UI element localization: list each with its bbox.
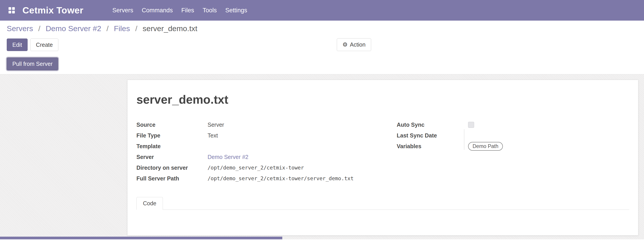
- nav-menu-settings[interactable]: Settings: [221, 0, 252, 21]
- tab-code[interactable]: Code: [136, 197, 163, 210]
- gear-icon: ⚙: [342, 42, 348, 47]
- navbar-brand[interactable]: Cetmix Tower: [22, 5, 84, 16]
- apps-grid-icon: [8, 7, 15, 13]
- field-label-variables: Variables: [397, 143, 468, 149]
- apps-menu-button[interactable]: [7, 5, 16, 15]
- field-label-full-server-path: Full Server Path: [136, 175, 208, 182]
- field-row: Directory on server /opt/demo_server_2/c…: [136, 162, 383, 173]
- server-actions-row: Pull from Server: [7, 58, 637, 71]
- action-button-label: Action: [350, 41, 365, 48]
- breadcrumb-separator: /: [135, 24, 137, 33]
- nav-menu-commands[interactable]: Commands: [138, 0, 177, 21]
- breadcrumb: Servers / Demo Server #2 / Files / serve…: [7, 24, 637, 33]
- server-record-link[interactable]: Demo Server #2: [208, 154, 248, 160]
- field-group-right: Auto Sync Last Sync Date Variables Demo …: [383, 119, 629, 184]
- field-value-file-type: Text: [208, 132, 218, 139]
- breadcrumb-link-demo-server-2[interactable]: Demo Server #2: [46, 24, 102, 33]
- bottom-strip: [0, 237, 282, 239]
- top-navbar: Cetmix Tower Servers Commands Files Tool…: [0, 0, 644, 21]
- field-label-last-sync-date: Last Sync Date: [397, 132, 468, 139]
- field-row: Full Server Path /opt/demo_server_2/cetm…: [136, 173, 383, 184]
- breadcrumb-separator: /: [38, 24, 40, 33]
- field-value-full-server-path: /opt/demo_server_2/cetmix-tower/server_d…: [208, 176, 354, 181]
- form-sheet: server_demo.txt Source Server File Type …: [127, 80, 638, 236]
- field-row: Variables Demo Path: [397, 141, 629, 152]
- field-label-source: Source: [136, 121, 208, 128]
- variable-tag-demo-path: Demo Path: [468, 142, 503, 151]
- navbar-menu: Servers Commands Files Tools Settings: [108, 0, 252, 21]
- field-label-template: Template: [136, 143, 208, 149]
- action-button[interactable]: ⚙ Action: [337, 38, 371, 51]
- create-button[interactable]: Create: [30, 38, 58, 51]
- field-label-auto-sync: Auto Sync: [397, 121, 468, 128]
- toolbar-button-row: Edit Create ⚙ Action: [7, 38, 637, 51]
- breadcrumb-link-files[interactable]: Files: [114, 24, 130, 33]
- field-group-left: Source Server File Type Text Template Se…: [136, 119, 383, 184]
- page-title: server_demo.txt: [136, 93, 629, 107]
- nav-menu-files[interactable]: Files: [177, 0, 198, 21]
- breadcrumb-current: server_demo.txt: [143, 24, 198, 33]
- notebook-tab-bar: Code: [136, 197, 629, 210]
- field-row: Server Demo Server #2: [136, 152, 383, 162]
- field-column-divider: [464, 129, 464, 150]
- nav-menu-tools[interactable]: Tools: [198, 0, 221, 21]
- field-label-file-type: File Type: [136, 132, 208, 139]
- nav-menu-servers[interactable]: Servers: [108, 0, 138, 21]
- content-area: server_demo.txt Source Server File Type …: [0, 74, 644, 239]
- field-value-source: Server: [208, 121, 224, 128]
- breadcrumb-separator: /: [106, 24, 108, 33]
- field-label-server: Server: [136, 154, 208, 160]
- field-grid: Source Server File Type Text Template Se…: [136, 119, 629, 184]
- field-row: Last Sync Date: [397, 130, 629, 141]
- field-row: Source Server: [136, 119, 383, 130]
- pull-from-server-button[interactable]: Pull from Server: [7, 58, 58, 70]
- breadcrumb-link-servers[interactable]: Servers: [7, 24, 33, 33]
- field-row: Template: [136, 141, 383, 152]
- edit-button[interactable]: Edit: [7, 38, 28, 51]
- field-row: Auto Sync: [397, 119, 629, 130]
- field-value-directory-on-server: /opt/demo_server_2/cetmix-tower: [208, 165, 304, 171]
- auto-sync-checkbox[interactable]: [468, 122, 474, 128]
- field-row: File Type Text: [136, 130, 383, 141]
- control-panel: Servers / Demo Server #2 / Files / serve…: [0, 21, 644, 74]
- field-label-directory-on-server: Directory on server: [136, 165, 208, 171]
